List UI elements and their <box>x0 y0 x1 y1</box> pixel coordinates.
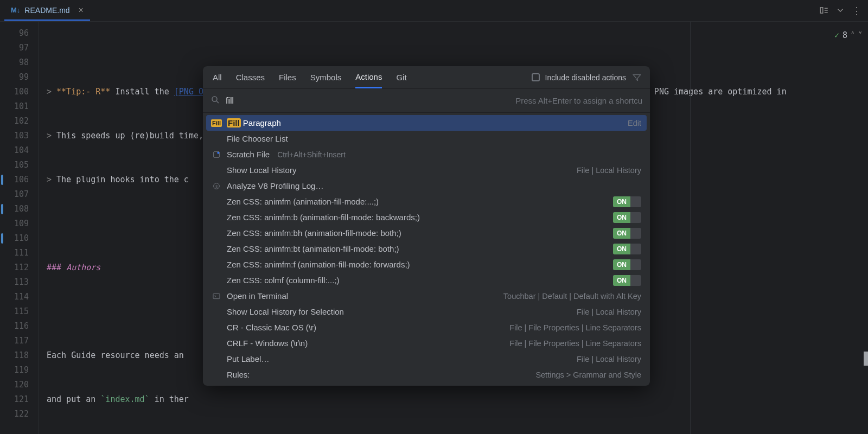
line-number: 113 <box>0 275 39 290</box>
line-number: 107 <box>0 187 39 202</box>
md-heading: Authors <box>66 263 100 272</box>
svg-point-7 <box>217 151 219 154</box>
result-row[interactable]: Show Local History for SelectionFile | L… <box>206 304 647 320</box>
result-row[interactable]: 8Analyze V8 Profiling Log… <box>206 178 647 194</box>
editor-tab-readme[interactable]: M↓ README.md × <box>4 1 90 21</box>
result-row[interactable]: Zen CSS: animfm:bh (animation-fill-mode:… <box>206 225 647 241</box>
result-label: CR - Classic Mac OS (\r) <box>227 323 316 332</box>
toggle-switch[interactable]: ON <box>613 196 641 207</box>
svg-rect-0 <box>820 7 823 13</box>
result-label: Rules: <box>227 370 250 379</box>
result-meta: File | Local History <box>577 166 641 175</box>
toggle-switch[interactable]: ON <box>613 259 641 270</box>
line-number: 118 <box>0 348 39 363</box>
result-row[interactable]: Zen CSS: animfm:b (animation-fill-mode: … <box>206 209 647 225</box>
line-number: 96 <box>0 26 39 41</box>
result-row[interactable]: Zen CSS: animfm:f (animation-fill-mode: … <box>206 257 647 272</box>
inspection-up-icon[interactable]: ˄ <box>851 28 855 43</box>
line-number: 97 <box>0 41 39 55</box>
result-label: CRLF - Windows (\r\n) <box>227 339 308 348</box>
result-label: Open in Terminal <box>227 291 288 301</box>
toggle-switch[interactable]: ON <box>613 228 641 239</box>
line-number: 103 <box>0 129 39 143</box>
inspection-count: 8 <box>843 28 847 43</box>
result-meta: File | File Properties | Line Separators <box>509 339 641 348</box>
popup-tab-files[interactable]: Files <box>279 66 296 88</box>
popup-tab-actions[interactable]: Actions <box>355 66 382 88</box>
line-number: 99 <box>0 70 39 85</box>
result-label: Scratch File <box>227 150 270 159</box>
result-label: Zen CSS: animfm:bt (animation-fill-mode:… <box>227 244 399 253</box>
svg-text:8: 8 <box>215 184 218 188</box>
popup-tab-classes[interactable]: Classes <box>236 66 265 88</box>
result-row[interactable]: File Chooser List <box>206 131 647 146</box>
md-text: The plugin hooks into the c <box>56 175 189 184</box>
result-label: Analyze V8 Profiling Log… <box>227 181 323 190</box>
popup-search-row: Press Alt+Enter to assign a shortcu <box>203 89 650 113</box>
result-row[interactable]: CRLF - Windows (\r\n)File | File Propert… <box>206 335 647 351</box>
md-text: in ther <box>150 394 189 404</box>
toggle-switch[interactable]: ON <box>613 244 641 254</box>
result-row[interactable]: Zen CSS: animfm:bt (animation-fill-mode:… <box>206 241 647 257</box>
result-label: File Chooser List <box>227 134 288 143</box>
result-row[interactable]: Show Local HistoryFile | Local History <box>206 162 647 178</box>
reader-mode-icon[interactable] <box>819 5 829 17</box>
line-number: 121 <box>0 392 39 407</box>
more-icon[interactable]: ⋮ <box>852 5 861 17</box>
result-row[interactable]: FillFill ParagraphEdit <box>206 115 647 131</box>
md-quote: > <box>47 131 56 141</box>
result-label: Fill Paragraph <box>227 118 281 127</box>
include-disabled-checkbox[interactable] <box>532 73 540 81</box>
chevron-down-icon[interactable] <box>835 5 845 17</box>
inspection-ok-icon: ✓ <box>834 28 839 43</box>
filter-icon[interactable] <box>631 72 642 83</box>
toggle-switch[interactable]: ON <box>613 275 641 286</box>
fill-badge-icon: Fill <box>212 119 221 127</box>
line-number: 120 <box>0 378 39 392</box>
result-row[interactable]: Put Label…File | Local History <box>206 351 647 367</box>
search-input[interactable] <box>226 96 510 106</box>
line-number-gutter: 9697989910010110210310410510610710810911… <box>0 22 39 434</box>
svg-line-5 <box>216 101 219 103</box>
result-meta: Settings > Grammar and Style <box>535 371 641 379</box>
result-shortcut: Ctrl+Alt+Shift+Insert <box>277 150 346 159</box>
popup-tab-bar: AllClassesFilesSymbolsActionsGit Include… <box>203 66 650 89</box>
md-quote: > <box>47 87 56 97</box>
editor-tab-bar: M↓ README.md × ⋮ <box>0 0 868 22</box>
line-number: 108 <box>0 202 39 216</box>
result-label: Zen CSS: animfm (animation-fill-mode:...… <box>227 197 379 206</box>
line-number: 116 <box>0 319 39 334</box>
analyze-icon: 8 <box>212 182 221 190</box>
result-row[interactable]: Rules:Settings > Grammar and Style <box>206 367 647 382</box>
result-row[interactable]: Zen CSS: animfm (animation-fill-mode:...… <box>206 194 647 209</box>
result-meta: File | Local History <box>577 308 641 316</box>
result-label: Show Local History <box>227 165 296 175</box>
line-number: 104 <box>0 143 39 158</box>
line-number: 100 <box>0 85 39 99</box>
result-label: Zen CSS: animfm:bh (animation-fill-mode:… <box>227 228 401 238</box>
popup-tab-all[interactable]: All <box>213 66 222 88</box>
line-number: 105 <box>0 158 39 173</box>
inspection-down-icon[interactable]: ˅ <box>858 28 863 43</box>
popup-tab-symbols[interactable]: Symbols <box>310 66 342 88</box>
inspection-widget[interactable]: ✓ 8 ˄ ˅ <box>829 26 868 45</box>
result-row[interactable]: CR - Classic Mac OS (\r)File | File Prop… <box>206 320 647 335</box>
line-number: 112 <box>0 260 39 275</box>
line-number: 110 <box>0 231 39 246</box>
result-row[interactable]: Scratch FileCtrl+Alt+Shift+Insert <box>206 146 647 162</box>
toggle-switch[interactable]: ON <box>613 212 641 223</box>
result-meta: File | Local History <box>577 355 641 363</box>
popup-tab-git[interactable]: Git <box>396 66 406 88</box>
search-hint: Press Alt+Enter to assign a shortcu <box>515 96 642 105</box>
result-row[interactable]: Open in TerminalTouchbar | Default | Def… <box>206 288 647 304</box>
markdown-icon: M↓ <box>11 6 20 14</box>
scrollbar-thumb[interactable] <box>864 352 868 366</box>
result-meta: Touchbar | Default | Default with Alt Ke… <box>503 292 641 301</box>
md-text: Each Guide resource needs an <box>47 350 189 360</box>
result-row[interactable]: Zen CSS: colmf (column-fill:...;)ON <box>206 272 647 288</box>
line-number: 109 <box>0 216 39 231</box>
close-tab-icon[interactable]: × <box>79 5 84 15</box>
svg-point-4 <box>212 97 217 101</box>
line-number: 122 <box>0 407 39 422</box>
line-number: 106 <box>0 173 39 187</box>
